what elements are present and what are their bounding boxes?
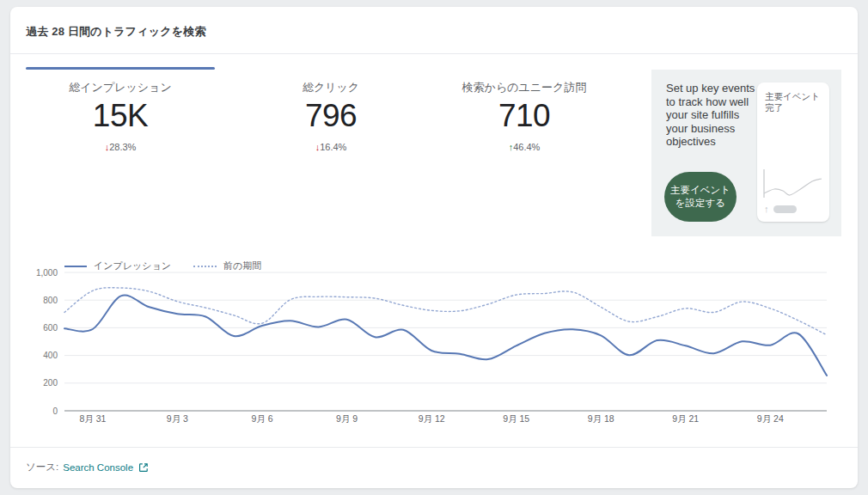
selected-metric-tab-indicator (26, 67, 215, 70)
svg-text:9月 12: 9月 12 (419, 413, 445, 424)
source-label: ソース: (26, 461, 58, 474)
key-events-promo-panel: Set up key events to track how well your… (651, 70, 841, 236)
metric-value: 15K (26, 99, 215, 133)
metric-delta: ↓16.4% (236, 142, 425, 152)
tab-unique-visits-from-search[interactable]: 検索からのユニーク訪問 710 ↑46.4% (430, 81, 619, 152)
page-title: 過去 28 日間のトラフィックを検索 (26, 24, 206, 40)
mini-card-footer: ↑ (764, 205, 797, 214)
tab-total-clicks[interactable]: 総クリック 796 ↓16.4% (236, 81, 425, 152)
svg-text:600: 600 (43, 323, 58, 333)
svg-text:8月 31: 8月 31 (79, 413, 106, 424)
svg-text:1,000: 1,000 (36, 268, 58, 278)
svg-text:800: 800 (43, 296, 58, 305)
footer-divider (10, 447, 858, 448)
metric-value: 796 (236, 99, 425, 133)
up-arrow-icon: ↑ (764, 205, 769, 214)
page-background: 過去 28 日間のトラフィックを検索 総インプレッション 15K ↓28.3% … (0, 0, 868, 495)
metric-label: 検索からのユニーク訪問 (430, 81, 619, 94)
metric-label: 総クリック (236, 81, 425, 94)
redacted-value-pill (773, 205, 797, 213)
svg-text:9月 15: 9月 15 (503, 413, 529, 424)
source-footer: ソース: Search Console (26, 461, 149, 474)
delta-percent: 46.4% (513, 142, 540, 152)
metric-delta: ↑46.4% (430, 142, 619, 152)
header-divider (10, 53, 858, 54)
tab-total-impressions[interactable]: 総インプレッション 15K ↓28.3% (26, 81, 215, 152)
metric-label: 総インプレッション (26, 81, 215, 94)
svg-text:400: 400 (43, 351, 58, 360)
svg-text:0: 0 (52, 406, 58, 416)
key-events-sparkline (761, 167, 826, 205)
svg-text:9月 18: 9月 18 (588, 413, 614, 424)
delta-percent: 16.4% (320, 142, 346, 152)
metric-delta: ↓28.3% (26, 142, 215, 152)
key-events-preview-card: 主要イベント完了 ↑ (757, 82, 829, 222)
promo-text: Set up key events to track how well your… (666, 82, 757, 149)
search-traffic-card: 過去 28 日間のトラフィックを検索 総インプレッション 15K ↓28.3% … (10, 7, 858, 488)
svg-text:9月 9: 9月 9 (336, 413, 358, 424)
delta-percent: 28.3% (109, 142, 136, 152)
svg-text:200: 200 (43, 378, 58, 388)
set-up-key-events-button[interactable]: 主要イベントを設定する (664, 172, 737, 222)
mini-card-title: 主要イベント完了 (757, 82, 829, 113)
svg-text:9月 24: 9月 24 (757, 413, 784, 424)
svg-text:9月 21: 9月 21 (672, 413, 699, 424)
traffic-line-chart: 02004006008001,0008月 319月 39月 69月 99月 12… (10, 266, 858, 438)
metric-value: 710 (430, 99, 619, 133)
svg-text:9月 3: 9月 3 (167, 413, 188, 424)
external-link-icon[interactable] (138, 462, 149, 473)
svg-text:9月 6: 9月 6 (251, 413, 272, 424)
search-console-link[interactable]: Search Console (63, 462, 133, 473)
